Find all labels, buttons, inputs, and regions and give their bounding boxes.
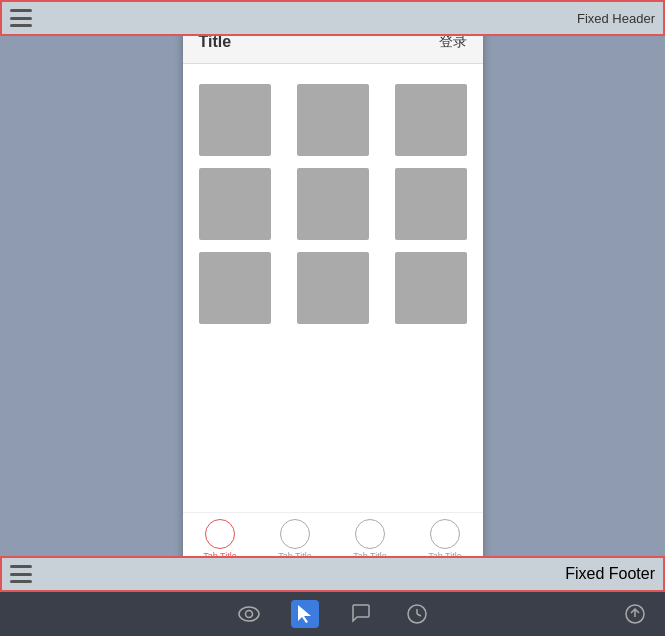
- tab-4-icon: [430, 519, 460, 549]
- grid-item-1-3: [395, 84, 467, 156]
- tab-3-icon: [355, 519, 385, 549]
- grid-item-1-2: [297, 84, 369, 156]
- svg-point-1: [245, 611, 252, 618]
- fixed-footer-label: Fixed Footer: [565, 565, 655, 583]
- grid-row-3: [199, 252, 467, 324]
- header-menu-left[interactable]: [10, 9, 32, 27]
- grid-row-1: [199, 84, 467, 156]
- tab-1[interactable]: Tab Title: [203, 519, 237, 561]
- clock-icon-btn[interactable]: [403, 600, 431, 628]
- phone-mockup: Title 登录 Tab Title Tab Title: [183, 20, 483, 580]
- grid-item-2-2: [297, 168, 369, 240]
- svg-line-4: [417, 614, 421, 616]
- tab-4[interactable]: Tab Title: [428, 519, 462, 561]
- fixed-header-label: Fixed Header: [577, 11, 655, 26]
- eye-icon-btn[interactable]: [235, 600, 263, 628]
- grid-item-3-3: [395, 252, 467, 324]
- grid-item-2-3: [395, 168, 467, 240]
- svg-point-0: [239, 607, 259, 621]
- grid-item-2-1: [199, 168, 271, 240]
- tab-2-icon: [280, 519, 310, 549]
- grid-row-2: [199, 168, 467, 240]
- grid-item-3-2: [297, 252, 369, 324]
- fixed-footer-bar: Fixed Footer: [0, 556, 665, 592]
- select-icon-btn[interactable]: [291, 600, 319, 628]
- chat-icon-btn[interactable]: [347, 600, 375, 628]
- fixed-header-bar: Fixed Header: [0, 0, 665, 36]
- grid-item-1-1: [199, 84, 271, 156]
- bottom-toolbar: [0, 592, 665, 636]
- phone-content: [183, 64, 483, 344]
- footer-menu-left[interactable]: [10, 565, 32, 583]
- tab-1-icon: [205, 519, 235, 549]
- upload-icon-btn[interactable]: [621, 600, 649, 628]
- tab-2[interactable]: Tab Title: [278, 519, 312, 561]
- grid-item-3-1: [199, 252, 271, 324]
- tab-3[interactable]: Tab Title: [353, 519, 387, 561]
